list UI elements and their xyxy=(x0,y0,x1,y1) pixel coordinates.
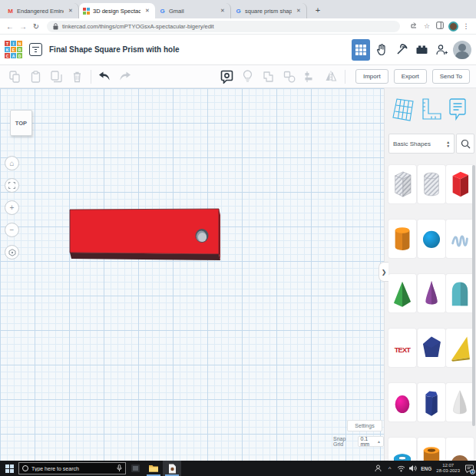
taskbar-clock[interactable]: 12:07 28-03-2023 xyxy=(434,463,462,474)
workplane-tool[interactable] xyxy=(391,95,415,124)
shape-item-box-hole[interactable] xyxy=(388,165,416,203)
shape-item-cylinder-hole[interactable] xyxy=(418,165,445,203)
shape-item-sphere[interactable] xyxy=(418,220,445,258)
import-button[interactable]: Import xyxy=(355,69,388,84)
shapes-grid: TEXT xyxy=(388,165,474,461)
tab-title: square prism shape - Google Se xyxy=(245,8,292,15)
shape-item-cylinder[interactable] xyxy=(388,220,416,258)
forward-button[interactable]: → xyxy=(18,22,28,31)
shape-item-half-sphere[interactable] xyxy=(446,438,474,461)
shape-item-torus[interactable] xyxy=(388,438,416,461)
home-view-button[interactable]: ⌂ xyxy=(5,156,19,170)
browser-tab[interactable]: GGmail✕ xyxy=(155,3,231,18)
browser-profile-avatar[interactable] xyxy=(448,21,458,31)
wifi-icon[interactable] xyxy=(395,461,407,476)
zoom-in-button[interactable]: + xyxy=(5,200,19,215)
tab-close-icon[interactable]: ✕ xyxy=(219,8,226,14)
tab-title: 3D design Spectacular Bigery | Ti xyxy=(93,8,140,15)
browser-tab[interactable]: MEndangered Eminence! - heman✕ xyxy=(3,3,79,18)
view-cube[interactable]: TOP xyxy=(10,110,32,136)
paste-icon[interactable] xyxy=(27,68,44,85)
logo-tile: T xyxy=(5,41,10,46)
logo-tile: D xyxy=(17,53,22,58)
shape-item-egg[interactable] xyxy=(388,383,416,421)
file-explorer-icon[interactable] xyxy=(144,461,163,476)
document-app-icon[interactable] xyxy=(163,461,181,476)
shape-item-scribble[interactable] xyxy=(446,220,474,258)
design-menu-icon[interactable] xyxy=(29,43,42,56)
shape-search-button[interactable] xyxy=(456,134,474,154)
shape-item-paraboloid[interactable] xyxy=(446,383,474,421)
task-view-icon[interactable] xyxy=(126,461,144,476)
shape-item-cone[interactable] xyxy=(418,274,445,312)
duplicate-icon[interactable] xyxy=(48,68,64,85)
undo-icon[interactable] xyxy=(96,68,113,85)
tinkercad-header: TINKERCAD Final Shape Square Prism with … xyxy=(0,35,476,65)
zoom-out-button[interactable]: − xyxy=(5,223,19,237)
copy-icon[interactable] xyxy=(6,68,23,85)
shape-item-pyramid[interactable] xyxy=(388,274,416,312)
taskbar-search-box[interactable]: Type here to search xyxy=(18,462,126,474)
shape-item-hex-prism[interactable] xyxy=(418,383,445,421)
shape-category-select[interactable]: Basic Shapes ▲▼ xyxy=(388,134,455,154)
export-button[interactable]: Export xyxy=(394,69,427,84)
tinkercad-logo[interactable]: TINKERCAD xyxy=(5,41,22,58)
ungroup-icon[interactable] xyxy=(281,68,298,85)
bookmark-star-icon[interactable]: ☆ xyxy=(421,22,432,30)
perspective-toggle-button[interactable] xyxy=(5,245,19,259)
reload-button[interactable]: ↻ xyxy=(31,22,41,31)
start-button[interactable] xyxy=(0,461,18,476)
show-all-lightbulb-icon[interactable] xyxy=(240,68,256,85)
shape-item-polygon[interactable] xyxy=(418,329,445,367)
panel-scrollbar[interactable] xyxy=(472,165,475,426)
tab-close-icon[interactable]: ✕ xyxy=(295,8,302,14)
snap-grid-select[interactable]: 0.1 mm ▲ xyxy=(358,436,384,447)
shape-item-box[interactable] xyxy=(446,165,474,203)
settings-button[interactable]: Settings xyxy=(347,420,382,431)
design-canvas[interactable]: TOP ⌂ + − Settings xyxy=(0,88,384,461)
browser-tab[interactable]: Gsquare prism shape - Google Se✕ xyxy=(231,3,307,18)
shape-item-wedge[interactable] xyxy=(446,329,474,367)
people-icon[interactable] xyxy=(372,461,384,476)
view-3d-button[interactable] xyxy=(352,39,370,61)
notes-tool[interactable] xyxy=(445,95,470,124)
gestures-hand-icon[interactable] xyxy=(373,40,390,60)
shape-item-tube[interactable] xyxy=(418,438,445,461)
microphone-icon[interactable] xyxy=(117,464,122,472)
send-to-button[interactable]: Send To xyxy=(432,69,470,84)
address-bar[interactable]: tinkercad.com/things/cmPTYOGsxA-spectacu… xyxy=(47,21,400,32)
browser-menu-icon[interactable]: ⋮ xyxy=(461,22,471,30)
action-center-icon[interactable]: 1 xyxy=(462,461,476,476)
language-indicator[interactable]: ENG xyxy=(418,466,434,471)
logo-tile: K xyxy=(5,47,10,52)
tab-close-icon[interactable]: ✕ xyxy=(144,8,151,14)
side-panel-icon[interactable] xyxy=(435,21,445,31)
pickaxe-icon[interactable] xyxy=(393,40,410,60)
canvas-nav-controls: ⌂ + − xyxy=(5,156,19,259)
fit-view-button[interactable] xyxy=(5,178,19,193)
ruler-tool[interactable] xyxy=(418,95,443,124)
logo-tile: A xyxy=(11,53,16,58)
redo-icon[interactable] xyxy=(117,68,134,85)
panel-collapse-handle[interactable]: ❯ xyxy=(378,262,388,282)
group-icon[interactable] xyxy=(260,68,277,85)
user-avatar[interactable] xyxy=(453,41,471,59)
search-icon xyxy=(461,139,471,149)
red-prism-with-hole[interactable] xyxy=(66,204,227,266)
shape-item-round-roof[interactable] xyxy=(446,274,474,312)
new-tab-button[interactable]: + xyxy=(312,5,324,17)
hidden-icons-caret[interactable]: ^ xyxy=(384,461,395,476)
mirror-flip-icon[interactable] xyxy=(322,68,339,85)
back-button[interactable]: ← xyxy=(5,22,15,31)
brick-icon[interactable] xyxy=(413,40,430,60)
browser-tab[interactable]: 3D design Spectacular Bigery | Ti✕ xyxy=(79,3,155,18)
share-icon[interactable] xyxy=(408,21,419,31)
shape-item-text[interactable]: TEXT xyxy=(388,329,416,367)
delete-icon[interactable] xyxy=(68,68,85,85)
tab-close-icon[interactable]: ✕ xyxy=(67,8,74,14)
notes-pin-icon[interactable] xyxy=(219,68,236,85)
design-title[interactable]: Final Shape Square Prism with hole xyxy=(49,45,352,54)
volume-icon[interactable] xyxy=(407,461,418,476)
collaborate-person-icon[interactable] xyxy=(433,40,450,60)
align-icon[interactable] xyxy=(302,68,319,85)
